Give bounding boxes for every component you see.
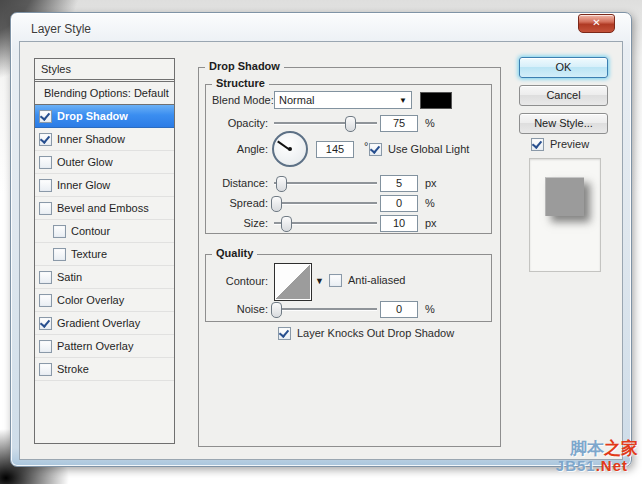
- quality-group-title: Quality: [212, 247, 257, 259]
- distance-slider-thumb[interactable]: [276, 176, 287, 192]
- opacity-label: Opacity:: [212, 117, 268, 129]
- sidebar-item-label: Color Overlay: [57, 294, 124, 306]
- checkbox-icon[interactable]: [39, 317, 52, 330]
- dialog-content: Styles Blending Options: DefaultDrop Sha…: [19, 41, 623, 460]
- opacity-slider[interactable]: [274, 116, 377, 130]
- sidebar-item-texture[interactable]: Texture: [35, 243, 174, 266]
- blend-mode-select[interactable]: Normal ▼: [274, 91, 412, 109]
- checkbox-icon[interactable]: [53, 225, 66, 238]
- new-style-button[interactable]: New Style...: [519, 113, 608, 134]
- distance-slider[interactable]: [274, 176, 377, 190]
- size-input[interactable]: 10: [380, 215, 418, 232]
- checkbox-icon[interactable]: [39, 294, 52, 307]
- noise-slider[interactable]: [274, 302, 377, 316]
- sidebar-item-blending-options-default[interactable]: Blending Options: Default: [35, 82, 174, 105]
- noise-input[interactable]: 0: [380, 301, 418, 318]
- preview-label: Preview: [550, 138, 589, 150]
- checkbox-icon[interactable]: [39, 179, 52, 192]
- layer-style-dialog: Layer Style ✕ Styles Blending Options: D…: [10, 12, 632, 467]
- sidebar-item-stroke[interactable]: Stroke: [35, 358, 174, 381]
- opacity-input[interactable]: 75: [380, 115, 418, 132]
- sidebar-item-label: Inner Glow: [57, 179, 110, 191]
- sidebar-item-inner-glow[interactable]: Inner Glow: [35, 174, 174, 197]
- sidebar-item-label: Outer Glow: [57, 156, 113, 168]
- blend-mode-row: Blend Mode: Normal ▼: [212, 91, 485, 109]
- sidebar-item-inner-shadow[interactable]: Inner Shadow: [35, 128, 174, 151]
- structure-group-title: Structure: [212, 77, 269, 89]
- contour-label: Contour:: [212, 275, 268, 287]
- spread-slider-thumb[interactable]: [271, 196, 282, 212]
- sidebar-item-label: Blending Options: Default: [44, 87, 169, 99]
- distance-label: Distance:: [212, 177, 268, 189]
- angle-label: Angle:: [212, 143, 268, 155]
- structure-group: Structure Blend Mode: Normal ▼ Opacity: …: [205, 84, 492, 234]
- layer-knockout-checkbox[interactable]: [278, 327, 291, 340]
- checkbox-icon[interactable]: [39, 156, 52, 169]
- sidebar-item-label: Contour: [71, 225, 110, 237]
- sidebar-item-pattern-overlay[interactable]: Pattern Overlay: [35, 335, 174, 358]
- sidebar-item-label: Inner Shadow: [57, 133, 125, 145]
- styles-list-items: Blending Options: DefaultDrop ShadowInne…: [35, 82, 174, 381]
- size-label: Size:: [212, 217, 268, 229]
- blend-mode-value: Normal: [279, 94, 399, 106]
- size-row: Size: 10 px: [212, 214, 485, 232]
- sidebar-item-color-overlay[interactable]: Color Overlay: [35, 289, 174, 312]
- sidebar-item-label: Pattern Overlay: [57, 340, 133, 352]
- dialog-title: Layer Style: [31, 22, 91, 36]
- ok-button[interactable]: OK: [519, 57, 608, 78]
- size-unit: px: [425, 217, 437, 229]
- noise-label: Noise:: [212, 303, 268, 315]
- spread-slider[interactable]: [274, 196, 377, 210]
- angle-input[interactable]: 145: [316, 141, 354, 158]
- sidebar-item-label: Gradient Overlay: [57, 317, 140, 329]
- sidebar-item-outer-glow[interactable]: Outer Glow: [35, 151, 174, 174]
- noise-slider-thumb[interactable]: [271, 302, 282, 318]
- close-icon[interactable]: ✕: [578, 14, 615, 33]
- sidebar-item-contour[interactable]: Contour: [35, 220, 174, 243]
- checkbox-icon[interactable]: [39, 340, 52, 353]
- angle-dial-center: [288, 147, 292, 151]
- preview-shadow-sample: [545, 177, 584, 216]
- distance-row: Distance: 5 px: [212, 174, 485, 192]
- quality-group: Quality Contour: ▼ Anti-aliased Noise: 0…: [205, 254, 492, 322]
- sidebar-item-label: Drop Shadow: [57, 110, 128, 122]
- use-global-light-checkbox[interactable]: [369, 143, 382, 156]
- blend-mode-label: Blend Mode:: [212, 94, 268, 106]
- sidebar-item-label: Stroke: [57, 363, 89, 375]
- checkbox-icon[interactable]: [39, 133, 52, 146]
- angle-dial[interactable]: [272, 131, 308, 167]
- angle-unit: °: [364, 140, 368, 152]
- styles-list-header: Styles: [35, 59, 174, 82]
- shadow-color-swatch[interactable]: [420, 92, 452, 109]
- contour-picker[interactable]: [274, 263, 312, 301]
- sidebar-item-bevel-and-emboss[interactable]: Bevel and Emboss: [35, 197, 174, 220]
- sidebar-item-label: Bevel and Emboss: [57, 202, 149, 214]
- distance-input[interactable]: 5: [380, 175, 418, 192]
- size-slider-thumb[interactable]: [281, 216, 292, 232]
- sidebar-item-drop-shadow[interactable]: Drop Shadow: [35, 105, 174, 128]
- spread-input[interactable]: 0: [380, 195, 418, 212]
- preview-checkbox[interactable]: [531, 138, 544, 151]
- spread-unit: %: [425, 197, 435, 209]
- sidebar-item-label: Satin: [57, 271, 82, 283]
- checkbox-icon[interactable]: [39, 363, 52, 376]
- use-global-light-label: Use Global Light: [388, 143, 469, 155]
- noise-row: Noise: 0 %: [212, 300, 485, 318]
- size-slider[interactable]: [274, 216, 377, 230]
- cancel-button[interactable]: Cancel: [519, 85, 608, 106]
- checkbox-icon[interactable]: [53, 248, 66, 261]
- checkbox-icon[interactable]: [39, 110, 52, 123]
- checkbox-icon[interactable]: [39, 271, 52, 284]
- sidebar-item-gradient-overlay[interactable]: Gradient Overlay: [35, 312, 174, 335]
- contour-arrow-icon[interactable]: ▼: [315, 276, 324, 286]
- sidebar-item-satin[interactable]: Satin: [35, 266, 174, 289]
- opacity-row: Opacity: 75 %: [212, 114, 485, 132]
- checkbox-icon[interactable]: [39, 202, 52, 215]
- anti-aliased-checkbox[interactable]: [329, 274, 342, 287]
- noise-unit: %: [425, 303, 435, 315]
- anti-aliased-label: Anti-aliased: [348, 274, 405, 286]
- drop-shadow-group-title: Drop Shadow: [205, 60, 284, 72]
- titlebar[interactable]: Layer Style ✕: [11, 13, 631, 41]
- sidebar-item-label: Texture: [71, 248, 107, 260]
- opacity-slider-thumb[interactable]: [345, 116, 356, 132]
